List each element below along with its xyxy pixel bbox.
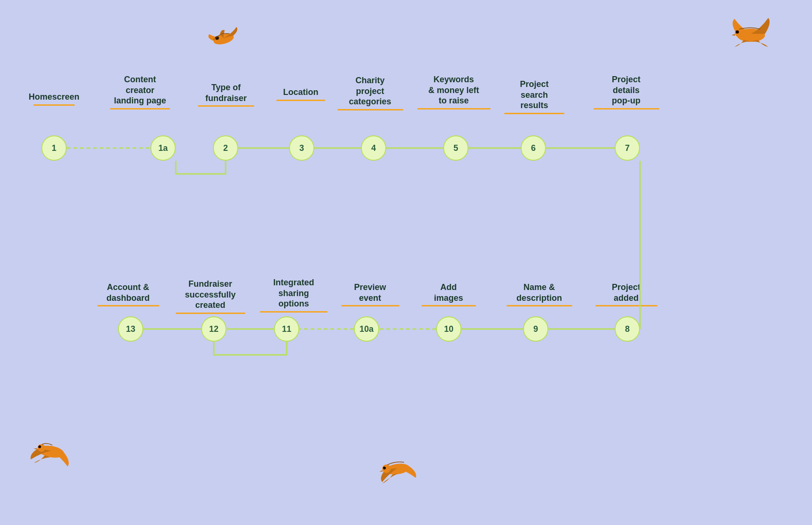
step-circle-1: 1 [41,135,67,161]
diagram-container: Homescreen Contentcreatorlanding page Ty… [0,0,812,525]
step-circle-10a: 10a [354,316,379,342]
step-circle-1a: 1a [150,135,176,161]
bird-top-right-icon [725,9,777,56]
step-circle-5: 5 [443,135,468,161]
label-4: Charityprojectcategories [329,75,411,110]
label-10: Addimages [414,282,483,306]
bird-bottom-center-icon [374,449,421,486]
step-circle-13: 13 [118,316,143,342]
step-circle-3: 3 [289,135,314,161]
bird-top-center-icon [207,20,244,57]
label-6: Projectsearchresults [497,79,572,114]
svg-point-19 [736,31,739,34]
label-9: Name &description [498,282,580,306]
label-10a: Previewevent [334,282,406,306]
label-7: Projectdetailspop-up [585,74,667,110]
label-5: Keywords& money leftto raise [408,74,500,110]
step-circle-7: 7 [615,135,640,161]
step-circle-11: 11 [274,316,299,342]
label-1: Homescreen [28,92,80,106]
step-circle-8: 8 [615,316,640,342]
step-circle-2: 2 [213,135,238,161]
label-8: Projectadded [587,282,665,306]
step-circle-9: 9 [523,316,548,342]
label-2: Type offundraiser [191,82,261,107]
label-1a: Contentcreatorlanding page [102,74,178,110]
step-circle-6: 6 [521,135,546,161]
step-circle-12: 12 [201,316,226,342]
step-circle-10: 10 [436,316,461,342]
bird-bottom-left-icon [28,429,75,471]
step-circle-4: 4 [361,135,386,161]
label-13: Account &dashboard [89,282,167,306]
label-3: Location [270,87,331,101]
label-12: Fundraisersuccessfullycreated [167,279,254,314]
label-11: Integratedsharingoptions [251,277,336,313]
